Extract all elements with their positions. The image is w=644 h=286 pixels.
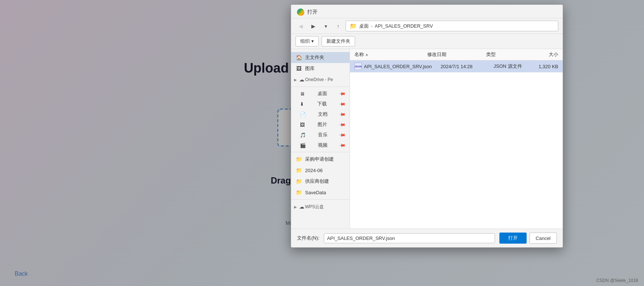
filename-input[interactable]	[324, 233, 495, 243]
filename-label: 文件名(N):	[297, 235, 319, 241]
dialog-titlebar: 打开	[291, 5, 563, 18]
sidebar-item-downloads[interactable]: ⬇ 下载 📌	[291, 99, 350, 109]
sidebar-item-folder1[interactable]: 📁 采购申请创建	[291, 154, 350, 165]
file-row[interactable]: JSON API_SALES_ORDER_SRV.json 2024/7/1 1…	[350, 60, 563, 73]
pin-icon: 📌	[339, 142, 346, 149]
sidebar-item-folder2[interactable]: 📁 2024-06	[291, 165, 350, 176]
chevron-wps-icon: ▶	[294, 205, 297, 209]
nav-back-button[interactable]: ◀	[296, 21, 306, 31]
col-header-size[interactable]: 大小	[526, 51, 563, 58]
breadcrumb-root: 桌面	[359, 23, 369, 29]
sidebar-item-pictures[interactable]: 🖼 图片 📌	[291, 119, 350, 130]
sidebar-divider-3	[291, 199, 350, 200]
folder3-icon: 📁	[296, 178, 302, 185]
sidebar-panel: 🏠 主文件夹 🖼 图库 ▶ ☁ OneDrive - Pe 🖥 桌面 📌 ⬇ 下…	[291, 49, 350, 229]
new-folder-button[interactable]: 新建文件夹	[322, 36, 355, 46]
dialog-body: 🏠 主文件夹 🖼 图库 ▶ ☁ OneDrive - Pe 🖥 桌面 📌 ⬇ 下…	[291, 49, 563, 229]
pin-icon: 📌	[339, 100, 346, 108]
nav-dropdown-button[interactable]: ▾	[321, 21, 331, 31]
col-header-date[interactable]: 修改日期	[423, 51, 482, 58]
folder4-icon: 📁	[296, 189, 302, 196]
music-icon: 🎵	[300, 132, 306, 138]
cloud-icon: ☁	[298, 76, 305, 83]
sidebar-divider	[291, 87, 350, 87]
file-icon-cell: JSON API_SALES_ORDER_SRV.json	[350, 63, 436, 70]
file-type: JSON 源文件	[489, 63, 529, 70]
footer-buttons: 打开 Cancel	[499, 233, 557, 244]
dialog-actions-bar: 组织 ▾ 新建文件夹	[291, 34, 563, 49]
nav-up-button[interactable]: ↑	[333, 21, 343, 31]
sidebar-main-folder-label: 主文件夹	[305, 54, 324, 61]
breadcrumb-subfolder: API_SALES_ORDER_SRV	[375, 23, 433, 29]
sidebar-item-folder4[interactable]: 📁 SaveData	[291, 187, 350, 198]
cancel-button[interactable]: Cancel	[530, 233, 557, 244]
sidebar-item-gallery[interactable]: 🖼 图库	[291, 63, 350, 74]
file-date: 2024/7/1 14:28	[436, 64, 489, 69]
folder1-icon: 📁	[296, 156, 302, 163]
dialog-toolbar: ◀ ▶ ▾ ↑ 📁 桌面 › API_SALES_ORDER_SRV	[291, 18, 563, 34]
files-panel: 名称 ∧ 修改日期 类型 大小 JSON API_SALES_ORDER_SRV…	[350, 49, 563, 229]
sidebar-item-desktop[interactable]: 🖥 桌面 📌	[291, 88, 350, 99]
sidebar-group-onedrive[interactable]: ▶ ☁ OneDrive - Pe	[291, 74, 350, 85]
documents-icon: 📄	[300, 112, 306, 117]
sidebar-gallery-label: 图库	[305, 65, 315, 72]
chrome-icon	[297, 8, 304, 16]
folder-icon: 📁	[350, 22, 357, 29]
col-header-type[interactable]: 类型	[482, 51, 526, 58]
pin-icon: 📌	[339, 90, 346, 98]
sidebar-item-documents[interactable]: 📄 文档 📌	[291, 109, 350, 119]
col-header-name[interactable]: 名称 ∧	[350, 51, 423, 58]
breadcrumb-sep: ›	[371, 23, 372, 29]
dialog-title: 打开	[307, 9, 318, 15]
file-name: API_SALES_ORDER_SRV.json	[364, 64, 432, 69]
json-file-icon: JSON	[354, 63, 362, 70]
files-header: 名称 ∧ 修改日期 类型 大小	[350, 49, 563, 60]
pin-icon: 📌	[339, 111, 346, 118]
sidebar-divider-2	[291, 152, 350, 152]
sidebar-group-wps[interactable]: ▶ ☁ WPS云盘	[291, 201, 350, 212]
desktop-icon: 🖥	[300, 91, 305, 97]
pictures-icon: 🖼	[300, 122, 305, 128]
pin-icon: 📌	[339, 121, 346, 129]
nav-forward-button[interactable]: ▶	[308, 21, 318, 31]
gallery-icon: 🖼	[296, 65, 302, 72]
wps-icon: ☁	[298, 203, 305, 210]
organize-button[interactable]: 组织 ▾	[296, 36, 319, 46]
sidebar-item-main-folder[interactable]: 🏠 主文件夹	[291, 52, 350, 63]
file-size: 1,320 KB	[529, 64, 563, 69]
sidebar-item-folder3[interactable]: 📁 供应商创建	[291, 176, 350, 187]
chevron-icon: ▶	[294, 78, 297, 82]
sidebar-item-music[interactable]: 🎵 音乐 📌	[291, 130, 350, 140]
file-open-dialog: 打开 ◀ ▶ ▾ ↑ 📁 桌面 › API_SALES_ORDER_SRV 组织…	[291, 4, 563, 248]
sidebar-onedrive-label: OneDrive - Pe	[305, 77, 333, 82]
dialog-footer: 文件名(N): 打开 Cancel	[291, 229, 563, 247]
sidebar-item-videos[interactable]: 🎬 视频 📌	[291, 140, 350, 150]
breadcrumb-bar: 📁 桌面 › API_SALES_ORDER_SRV	[346, 21, 558, 31]
open-button[interactable]: 打开	[499, 233, 527, 244]
pin-icon: 📌	[339, 131, 346, 139]
home-icon: 🏠	[296, 54, 302, 61]
folder2-icon: 📁	[296, 167, 302, 174]
video-icon: 🎬	[300, 143, 306, 148]
download-icon: ⬇	[300, 101, 304, 107]
